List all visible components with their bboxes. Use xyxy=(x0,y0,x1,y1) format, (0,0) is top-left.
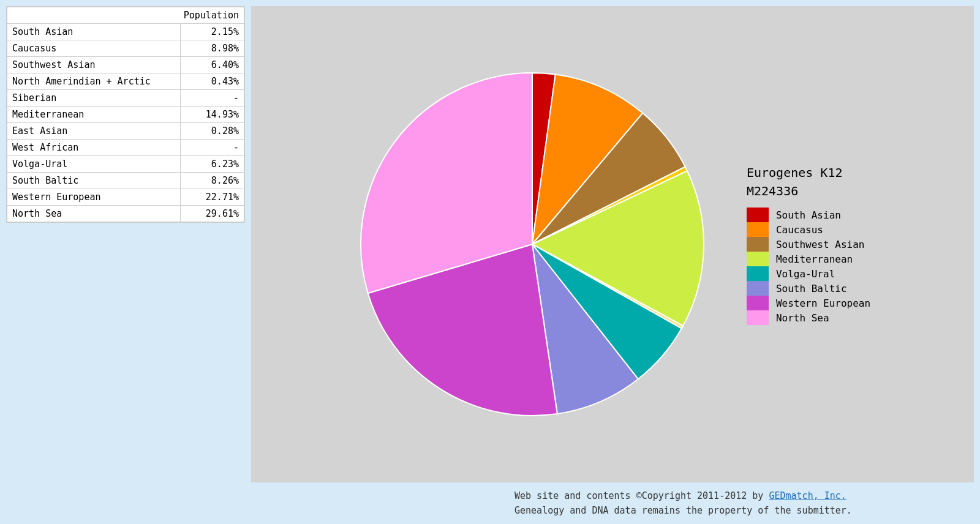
table-row: South Asian2.15% xyxy=(7,24,244,40)
legend-color-box xyxy=(747,266,769,281)
table-cell-value: 8.98% xyxy=(180,40,244,57)
footer-text1: Web site and contents ©Copyright 2011-20… xyxy=(514,490,769,501)
table-header: Population xyxy=(7,7,244,24)
chart-title: Eurogenes K12M224336 xyxy=(747,163,870,200)
main-content: Population South Asian2.15%Caucasus8.98%… xyxy=(0,0,980,482)
table-row: Western European22.71% xyxy=(7,189,244,206)
table-cell-value: 2.15% xyxy=(180,24,244,40)
legend-color-box xyxy=(747,310,769,325)
table-cell-value: 6.23% xyxy=(180,156,244,173)
table-cell-label: Siberian xyxy=(7,90,181,107)
chart-section: Eurogenes K12M224336 South AsianCaucasus… xyxy=(251,6,974,482)
legend-color-box xyxy=(747,237,769,252)
legend-item: Caucasus xyxy=(747,222,870,237)
legend-label: Volga-Ural xyxy=(776,268,835,280)
table-cell-label: Mediterranean xyxy=(7,107,181,123)
legend-color-box xyxy=(747,252,769,266)
table-row: North Amerindian + Arctic0.43% xyxy=(7,73,244,90)
table-row: Caucasus8.98% xyxy=(7,40,244,57)
table-cell-label: North Amerindian + Arctic xyxy=(7,73,181,90)
table-cell-label: East Asian xyxy=(7,123,181,140)
legend-item: Mediterranean xyxy=(747,252,870,266)
table-cell-value: 14.93% xyxy=(180,107,244,123)
table-cell-value: 22.71% xyxy=(180,189,244,206)
table-cell-value: - xyxy=(180,90,244,107)
legend-color-box xyxy=(747,281,769,296)
table-row: East Asian0.28% xyxy=(7,123,244,140)
table-cell-label: South Baltic xyxy=(7,173,181,189)
legend-label: Caucasus xyxy=(776,224,823,236)
table-cell-label: Volga-Ural xyxy=(7,156,181,173)
table-cell-label: Caucasus xyxy=(7,40,181,57)
table-cell-value: 0.28% xyxy=(180,123,244,140)
table-row: West African- xyxy=(7,140,244,156)
footer-text2: Genealogy and DNA data remains the prope… xyxy=(514,505,852,516)
legend-label: South Baltic xyxy=(776,283,847,294)
table-cell-label: North Sea xyxy=(7,206,181,222)
legend-item: South Baltic xyxy=(747,281,870,296)
table-row: South Baltic8.26% xyxy=(7,173,244,189)
table-cell-label: South Asian xyxy=(7,24,181,40)
table-cell-label: West African xyxy=(7,140,181,156)
legend-label: South Asian xyxy=(776,209,841,221)
legend-item: Southwest Asian xyxy=(747,237,870,252)
gedmatch-link[interactable]: GEDmatch, Inc. xyxy=(769,490,846,501)
table-row: Siberian- xyxy=(7,90,244,107)
legend-item: Western European xyxy=(747,296,870,310)
data-table: Population South Asian2.15%Caucasus8.98%… xyxy=(7,7,244,222)
pie-container xyxy=(355,54,710,434)
legend-item: North Sea xyxy=(747,310,870,325)
table-row: Southwest Asian6.40% xyxy=(7,57,244,73)
legend-section: Eurogenes K12M224336 South AsianCaucasus… xyxy=(747,163,870,325)
legend-item: Volga-Ural xyxy=(747,266,870,281)
table-cell-value: 29.61% xyxy=(180,206,244,222)
table-cell-value: 8.26% xyxy=(180,173,244,189)
legend-label: Mediterranean xyxy=(776,253,853,265)
table-row: North Sea29.61% xyxy=(7,206,244,222)
table-section: Population South Asian2.15%Caucasus8.98%… xyxy=(6,6,245,223)
legend-color-box xyxy=(747,208,769,222)
table-cell-value: - xyxy=(180,140,244,156)
legend-label: North Sea xyxy=(776,312,829,324)
table-row: Volga-Ural6.23% xyxy=(7,156,244,173)
table-row: Mediterranean14.93% xyxy=(7,107,244,123)
legend-color-box xyxy=(747,296,769,310)
table-cell-label: Southwest Asian xyxy=(7,57,181,73)
legend-label: Western European xyxy=(776,298,870,309)
legend-label: Southwest Asian xyxy=(776,239,865,250)
legend-color-box xyxy=(747,222,769,237)
pie-chart xyxy=(355,54,710,434)
table-cell-value: 0.43% xyxy=(180,73,244,90)
table-cell-label: Western European xyxy=(7,189,181,206)
footer: Web site and contents ©Copyright 2011-20… xyxy=(0,482,980,524)
table-cell-value: 6.40% xyxy=(180,57,244,73)
legend-item: South Asian xyxy=(747,208,870,222)
legend-items: South AsianCaucasusSouthwest AsianMedite… xyxy=(747,208,870,325)
